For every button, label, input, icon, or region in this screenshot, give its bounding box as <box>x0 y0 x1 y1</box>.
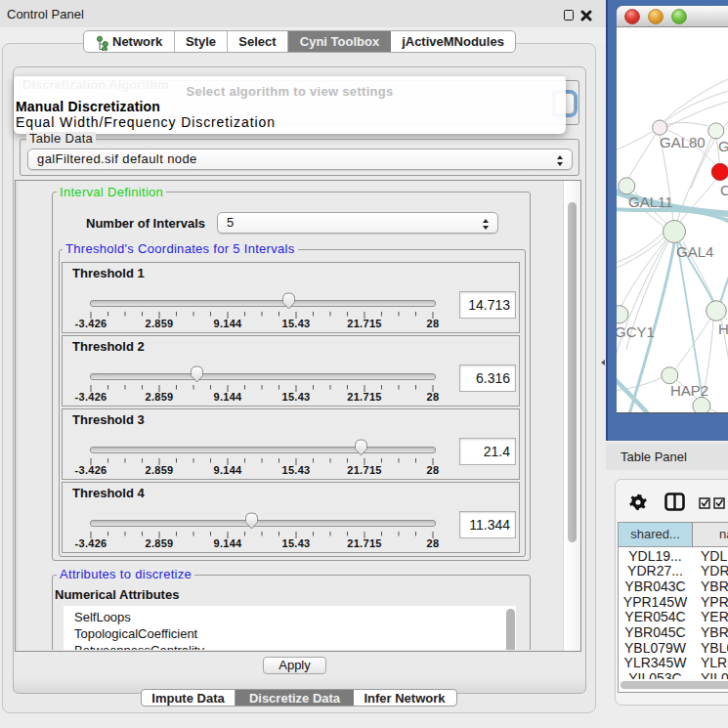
svg-text:HAP2: HAP2 <box>670 382 708 399</box>
svg-text:G.: G. <box>718 138 728 154</box>
svg-text:GCY1: GCY1 <box>617 323 655 340</box>
svg-text:GAL4: GAL4 <box>676 243 713 260</box>
svg-text:GAL11: GAL11 <box>628 193 673 210</box>
svg-text:GAL80: GAL80 <box>660 134 706 150</box>
svg-text:C: C <box>720 182 728 198</box>
svg-text:H: H <box>718 321 728 337</box>
